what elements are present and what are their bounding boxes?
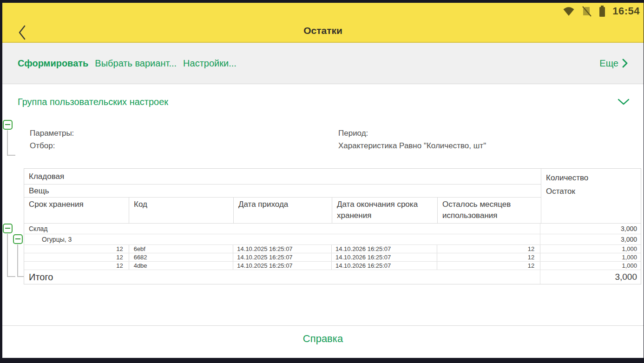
- cell-qty: 1,000: [540, 245, 641, 253]
- column-header-ostalos-mesyacev: Осталось месяцев использования: [437, 198, 541, 223]
- help-button[interactable]: Справка: [2, 333, 644, 345]
- settings-button[interactable]: Настройки...: [183, 58, 237, 69]
- tree-line: [7, 276, 15, 277]
- column-header-data-okonchaniya: Дата окончания срока хранения: [332, 198, 437, 223]
- table-header: Кладовая Вещь Срок хранения Код Дата при…: [24, 169, 641, 224]
- cell-term: 12: [24, 262, 129, 270]
- chevron-down-icon: [618, 99, 630, 106]
- cell-date-in: 14.10.2025 16:25:07: [233, 253, 331, 261]
- collapse-ogurtsy-button[interactable]: [13, 234, 23, 244]
- cell-date-in: 14.10.2025 16:25:07: [233, 262, 331, 270]
- filter-label: Отбор:: [30, 141, 55, 151]
- cell-qty: 1,000: [540, 262, 641, 270]
- period-label: Период:: [338, 128, 368, 139]
- tree-line: [17, 244, 18, 277]
- cell-date-out: 14.10.2026 16:25:07: [331, 245, 437, 253]
- generate-button[interactable]: Сформировать: [18, 58, 88, 69]
- table-row-group-sklad[interactable]: Склад 3,000: [24, 224, 641, 234]
- cell-months: 12: [437, 262, 540, 270]
- no-sim-icon: [582, 6, 592, 17]
- total-qty: 3,000: [540, 270, 641, 284]
- cell-code: 6ebf: [129, 245, 233, 253]
- collapse-sklad-button[interactable]: [3, 224, 13, 233]
- cell-date-out: 14.10.2026 16:25:07: [331, 253, 437, 261]
- choose-variant-button[interactable]: Выбрать вариант...: [95, 58, 177, 69]
- group-qty: 3,000: [540, 224, 641, 234]
- table-row-detail[interactable]: 12 6ebf 14.10.2025 16:25:07 14.10.2026 1…: [24, 245, 641, 253]
- more-button[interactable]: Еще: [599, 58, 628, 69]
- column-header-kolichestvo: Количество Остаток: [541, 169, 641, 223]
- more-button-label: Еще: [599, 58, 618, 69]
- table-row-total[interactable]: Итого 3,000: [24, 270, 641, 284]
- report-table: Кладовая Вещь Срок хранения Код Дата при…: [24, 168, 641, 284]
- table-row-detail[interactable]: 12 4dbe 14.10.2025 16:25:07 14.10.2026 1…: [24, 262, 641, 270]
- header-bar: 16:54 Остатки: [2, 3, 644, 43]
- cell-date-out: 14.10.2026 16:25:07: [331, 262, 437, 270]
- collapse-params-button[interactable]: [3, 120, 13, 130]
- status-time: 16:54: [612, 5, 640, 17]
- cell-code: 4dbe: [129, 262, 233, 270]
- settings-group-header[interactable]: Группа пользовательских настроек: [2, 84, 644, 119]
- group-label: Склад: [24, 224, 540, 234]
- total-label: Итого: [24, 270, 540, 284]
- column-header-srok: Срок хранения: [24, 198, 129, 223]
- cell-term: 12: [24, 245, 129, 253]
- cell-code: 6682: [129, 253, 233, 261]
- tree-line: [7, 130, 8, 155]
- value-header-line2: Остаток: [546, 185, 637, 198]
- cell-date-in: 14.10.2025 16:25:07: [233, 245, 331, 253]
- battery-icon: [599, 6, 605, 17]
- column-header-kod: Код: [129, 198, 233, 223]
- cell-months: 12: [437, 245, 540, 253]
- cell-term: 12: [24, 253, 129, 261]
- cell-months: 12: [437, 253, 540, 261]
- chevron-right-icon: [622, 58, 628, 68]
- cell-qty: 1,000: [540, 253, 641, 261]
- report-toolbar: Сформировать Выбрать вариант... Настройк…: [2, 43, 644, 84]
- header-vesch: Вещь: [24, 185, 541, 198]
- group-qty: 3,000: [540, 234, 641, 244]
- table-row-detail[interactable]: 12 6682 14.10.2025 16:25:07 14.10.2026 1…: [24, 253, 641, 262]
- filter-value: Характеристика Равно "Количество, шт": [338, 141, 486, 151]
- tree-line: [7, 234, 8, 277]
- group-label: Огурцы, 3: [24, 234, 540, 244]
- status-bar: 16:54: [563, 5, 640, 18]
- value-header-line1: Количество: [546, 171, 637, 185]
- column-header-data-prihoda: Дата прихода: [233, 198, 332, 223]
- app-screen: 16:54 Остатки Сформировать Выбрать вариа…: [2, 3, 644, 358]
- tree-line: [7, 155, 15, 156]
- params-label: Параметры:: [30, 128, 74, 139]
- settings-group-label: Группа пользовательских настроек: [18, 97, 168, 107]
- header-kladovaya: Кладовая: [24, 169, 541, 185]
- footer-divider: [2, 325, 644, 326]
- table-row-group-ogurtsy[interactable]: Огурцы, 3 3,000: [24, 234, 641, 245]
- wifi-icon: [563, 6, 575, 16]
- page-title: Остатки: [2, 25, 644, 36]
